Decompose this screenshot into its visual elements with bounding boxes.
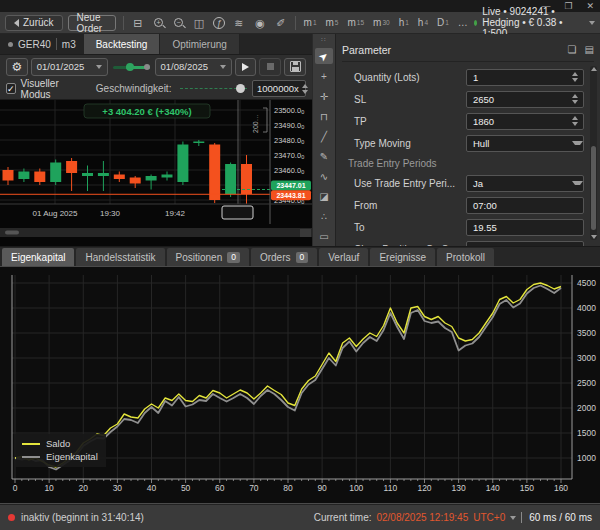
play-button[interactable]: [235, 58, 257, 76]
date-from-select[interactable]: 01/01/2025: [31, 58, 108, 76]
line-tool[interactable]: ╱: [315, 128, 333, 144]
main-toolbar: Zurück Neue Order ⊟+−◫ƒ≋◉✐ m1m5m15m30h1h…: [0, 12, 600, 34]
timeframe-button-h1[interactable]: h1: [398, 18, 410, 28]
date-range-slider[interactable]: [113, 63, 150, 71]
timeframe-button-m30[interactable]: m30: [372, 18, 391, 28]
timezone-selector[interactable]: UTC+0: [473, 512, 505, 523]
tab-count-badge: 0: [227, 252, 240, 263]
tab-backtesting[interactable]: Backtesting: [84, 34, 161, 54]
scroll-up-icon[interactable]: [591, 67, 597, 71]
spin-down-icon[interactable]: [302, 90, 308, 94]
result-tab-positionen[interactable]: Positionen0: [167, 248, 249, 266]
save-backtest-button[interactable]: [284, 58, 306, 76]
timeframe-button-m15[interactable]: m15: [346, 18, 365, 28]
chevron-down-icon: [589, 21, 595, 25]
parameter-dropdown[interactable]: Ja: [466, 241, 584, 247]
result-tab-eigenkapital[interactable]: Eigenkapital: [2, 248, 74, 266]
scrollbar-thumb[interactable]: [591, 146, 596, 230]
chevron-down-icon: [96, 65, 102, 69]
parameter-spinner[interactable]: 2650: [466, 91, 584, 108]
result-tab-handelsstatistik[interactable]: Handelsstatistik: [76, 248, 164, 266]
spin-up-icon[interactable]: [572, 116, 578, 120]
cursor-tool[interactable]: ➤: [315, 48, 333, 64]
range-knob[interactable]: [126, 63, 134, 71]
speed-slider-knob[interactable]: [236, 84, 245, 93]
symbol-tab-bar: GER40 m3 Backtesting Optimierung: [0, 34, 312, 55]
parameters-scrollbar[interactable]: [590, 66, 597, 240]
current-time-value: 02/08/2025 12:19:45: [376, 512, 468, 523]
spin-down-icon[interactable]: [572, 78, 578, 82]
timeframe-button-m5[interactable]: m5: [325, 18, 340, 28]
visibility-icon[interactable]: ◉: [253, 16, 267, 30]
visual-mode-checkbox[interactable]: ✓: [6, 83, 16, 94]
result-tab-protokoll[interactable]: Protokoll: [437, 248, 494, 266]
parameter-text[interactable]: 07:00: [466, 197, 584, 214]
spin-up-icon[interactable]: [302, 84, 308, 88]
parameter-dropdown[interactable]: Ja: [466, 175, 584, 192]
result-tab-orders[interactable]: Orders0: [251, 248, 317, 266]
parameter-text[interactable]: 19.55: [466, 219, 584, 236]
new-order-label: Neue Order: [77, 12, 108, 34]
objects-icon[interactable]: ≋: [232, 16, 246, 30]
scroll-down-icon[interactable]: [591, 235, 597, 239]
parameter-row: Type MovingHull: [348, 132, 584, 154]
shape-tool[interactable]: ▭: [315, 228, 333, 244]
parameter-spinner[interactable]: 1860: [466, 113, 584, 130]
svg-text:200…: 200…: [252, 114, 259, 133]
toolbar-separator: [295, 16, 296, 30]
svg-text:60: 60: [215, 483, 225, 493]
result-tab-bar: EigenkapitalHandelsstatistikPositionen0O…: [0, 246, 600, 266]
range-knob[interactable]: [144, 64, 150, 70]
spin-down-icon[interactable]: [572, 100, 578, 104]
parameter-row: Quantity (Lots)1: [348, 66, 584, 88]
parameter-label: To: [348, 222, 466, 233]
zoom-out-icon[interactable]: −: [174, 18, 183, 27]
pencil-tool[interactable]: ✎: [315, 148, 333, 164]
svg-text:23470.00: 23470.00: [274, 151, 304, 160]
indicator-icon[interactable]: ◫: [192, 16, 206, 30]
equity-chart[interactable]: 0102030405060708090100110120130140150160…: [0, 266, 600, 504]
move-handle[interactable]: ∷: [315, 36, 333, 44]
pattern-tool[interactable]: ∴: [315, 208, 333, 224]
eraser-tool[interactable]: ◪: [315, 188, 333, 204]
timeframe-button-h4[interactable]: h4: [417, 18, 429, 28]
svg-text:23490.00: 23490.00: [274, 121, 304, 130]
speed-value-spinner[interactable]: 1000000x: [252, 80, 306, 97]
stop-button[interactable]: [259, 58, 281, 76]
date-to-select[interactable]: 01/08/2025: [155, 58, 232, 76]
symbol-chip[interactable]: GER40 m3: [0, 34, 84, 54]
svg-text:1500: 1500: [577, 428, 596, 438]
result-tab-label: Orders: [260, 252, 291, 263]
spin-up-icon[interactable]: [572, 72, 578, 76]
parameter-section-label: Trade Entry Periods: [348, 154, 584, 172]
settings-button[interactable]: ⚙: [6, 58, 28, 76]
parameter-row: From07:00: [348, 194, 584, 216]
spin-up-icon[interactable]: [572, 94, 578, 98]
svg-text:20: 20: [79, 483, 89, 493]
brush-tool[interactable]: ∿: [315, 168, 333, 184]
speed-slider[interactable]: [180, 84, 247, 94]
parameter-spinner[interactable]: 1: [466, 69, 584, 86]
measure-tool[interactable]: ✛: [315, 88, 333, 104]
timeframe-button-…[interactable]: …: [457, 18, 469, 28]
latency-indicator: 60 ms / 60 ms: [521, 512, 592, 523]
frame-tool[interactable]: ⊓: [315, 108, 333, 124]
tab-optimierung[interactable]: Optimierung: [160, 34, 239, 54]
save-workspace-icon[interactable]: ⊟: [131, 16, 145, 30]
timeframe-button-m1[interactable]: m1: [303, 18, 318, 28]
timeframe-button-D1[interactable]: D1: [436, 18, 450, 28]
edit-chart-icon[interactable]: ✐: [274, 16, 288, 30]
parameter-dropdown[interactable]: Hull: [466, 135, 584, 152]
spin-down-icon[interactable]: [572, 122, 578, 126]
save-preset-icon[interactable]: ▤: [585, 44, 594, 55]
functions-icon[interactable]: ƒ: [213, 17, 225, 29]
new-order-button[interactable]: Neue Order: [68, 15, 117, 31]
load-preset-icon[interactable]: ❏: [568, 44, 577, 55]
parameter-value: Ja: [467, 178, 572, 189]
result-tab-verlauf[interactable]: Verlauf: [319, 248, 368, 266]
back-button[interactable]: Zurück: [5, 15, 63, 31]
result-tab-ereignisse[interactable]: Ereignisse: [370, 248, 435, 266]
zoom-in-icon[interactable]: +: [154, 18, 163, 27]
price-chart[interactable]: 23500.0023490.0023480.0023470.0023460.00…: [0, 100, 312, 246]
crosshair-tool[interactable]: +: [315, 68, 333, 84]
